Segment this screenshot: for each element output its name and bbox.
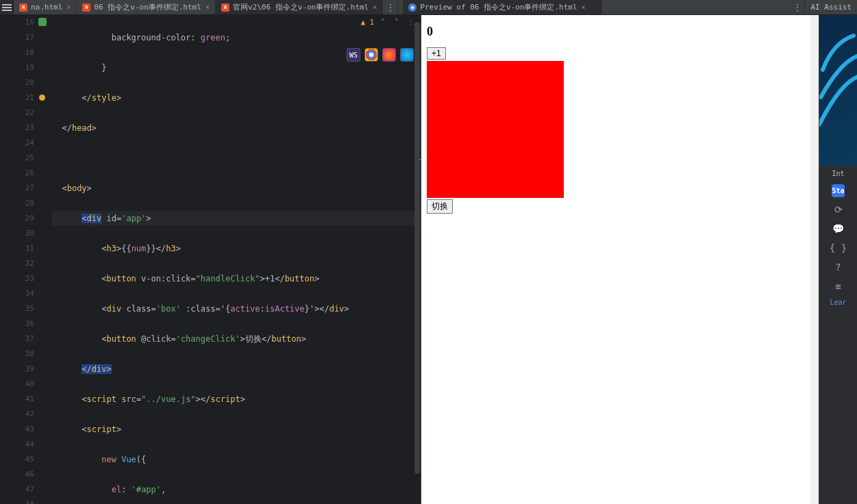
start-button[interactable]: Sta [832,184,844,197]
html-file-icon: H [221,3,229,12]
preview-scrollbar[interactable] [810,15,819,504]
close-icon[interactable]: × [206,3,210,11]
toggle-button[interactable]: 切换 [427,199,453,214]
code-area[interactable]: background-color: green; } </style> </he… [48,15,421,504]
warning-triangle-icon: ▲ [361,18,366,27]
webstorm-icon[interactable]: WS [347,48,360,62]
line-number: 36 [0,316,34,331]
line-number: 29 [0,211,34,226]
line-number: 22 [0,105,34,121]
line-number: 48 [0,497,34,504]
tab-label: 06 指令之v-on事件绑定.html [94,2,201,12]
tab-label: 官网v2\06 指令之v-on事件绑定.html [233,2,369,12]
line-number: 35 [0,301,34,316]
line-number: 46 [0,467,34,482]
line-number: 32 [0,256,34,271]
line-number: 16 [0,15,34,30]
main-split: 16 17 18 19 20 21 22 23 24 25 26 27 28 2… [0,15,857,504]
globe-icon: ◉ [408,3,417,12]
plus-one-button[interactable]: +1 [427,47,446,60]
line-number: 19 [0,60,34,75]
line-number: 28 [0,196,34,211]
browser-open-icons: WS [347,48,414,62]
line-number: 37 [0,331,34,346]
warning-count: 1 [369,18,374,27]
line-number: 25 [0,151,34,166]
bookmark-icon [38,18,47,26]
tab-more-icon[interactable]: ⋮ [790,0,805,14]
chevron-down-icon[interactable]: ˅ [392,18,401,27]
firefox-icon[interactable] [382,48,396,62]
chevron-up-icon[interactable]: ˄ [378,18,388,27]
line-number: 40 [0,377,34,392]
ai-promo-banner[interactable] [819,15,858,166]
tab-label: Preview of 06 指令之v-on事件绑定.html [420,2,577,12]
line-number: 17 [0,30,34,45]
close-icon[interactable]: × [582,3,586,11]
braces-icon[interactable]: { } [819,238,858,257]
refresh-icon[interactable]: ⟳ [819,200,858,219]
line-number: 18 [0,45,34,60]
line-number: 45 [0,452,34,467]
line-number: 34 [0,286,34,301]
red-box [427,61,564,198]
line-number: 41 [0,392,34,407]
tab-overflow-icon[interactable]: ⋮ [383,0,398,14]
tab-file-3[interactable]: H 官网v2\06 指令之v-on事件绑定.html × [216,0,383,14]
line-number: 20 [0,75,34,90]
line-number: 39 [0,362,34,377]
hamburger-icon[interactable] [0,0,14,14]
preview-panel: 0 +1 切换 [421,15,819,504]
html-file-icon: H [82,3,90,12]
line-number: 30 [0,226,34,241]
line-number: 47 [0,482,34,497]
line-number: 38 [0,346,34,362]
line-number: 27 [0,181,34,196]
right-tool-rail: Int Sta ⟳ 💬 { } ? ≡ Lear [819,15,857,504]
tab-file-1[interactable]: H na.html × [14,0,77,14]
line-number: 42 [0,407,34,422]
html-file-icon: H [19,3,27,12]
line-number-gutter: 16 17 18 19 20 21 22 23 24 25 26 27 28 2… [0,15,38,504]
menu-icon[interactable]: ≡ [819,277,858,296]
rail-section-label: Int [819,166,858,181]
line-number: 33 [0,271,34,286]
line-number: 24 [0,136,34,151]
learn-link[interactable]: Lear [830,296,846,309]
line-number: 31 [0,241,34,256]
tab-label: na.html [31,3,62,12]
editor-scrollbar[interactable] [414,22,420,474]
close-icon[interactable]: × [373,3,377,11]
line-number: 44 [0,437,34,452]
line-number: 23 [0,121,34,136]
code-editor[interactable]: 16 17 18 19 20 21 22 23 24 25 26 27 28 2… [0,15,421,504]
chrome-icon[interactable] [364,48,378,62]
line-number: 21 [0,90,34,105]
gutter-marks [38,15,48,504]
chat-icon[interactable]: 💬 [819,219,858,238]
line-number: 26 [0,166,34,181]
inspection-widget[interactable]: ▲ 1 ˄ ˅ ⋮ [361,18,415,27]
ai-assistant-tab[interactable]: AI Assist [805,0,857,14]
tab-file-2[interactable]: H 06 指令之v-on事件绑定.html × [77,0,216,14]
warning-dot-icon [39,94,45,101]
help-icon[interactable]: ? [819,257,858,277]
preview-heading: 0 [427,25,813,39]
line-number: 43 [0,422,34,437]
edge-icon[interactable] [400,48,414,62]
tab-bar: H na.html × H 06 指令之v-on事件绑定.html × H 官网… [0,0,857,15]
tab-preview[interactable]: ◉ Preview of 06 指令之v-on事件绑定.html × [402,0,602,14]
close-icon[interactable]: × [66,3,71,11]
more-icon[interactable]: ⋮ [406,18,415,27]
